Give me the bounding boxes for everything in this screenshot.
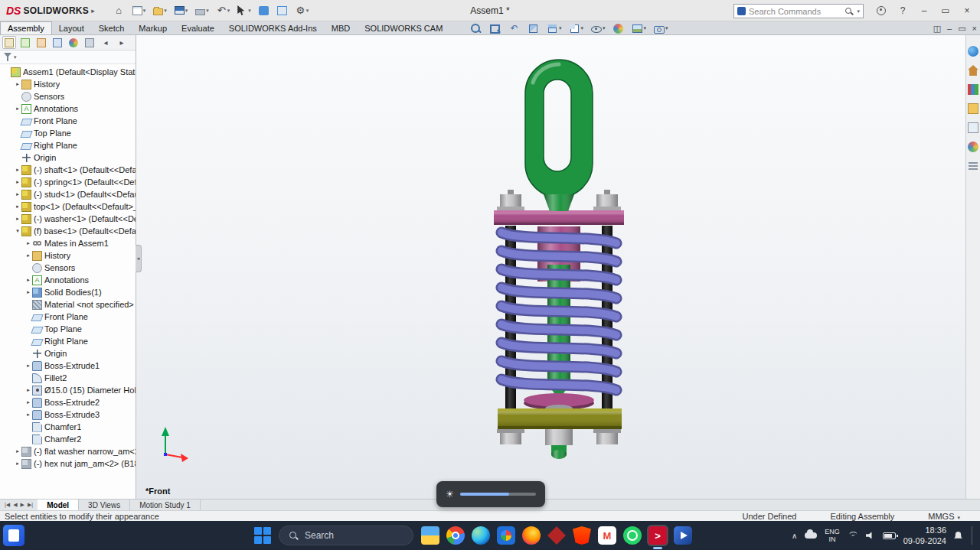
spring[interactable] [501,233,616,390]
scroll-right-button[interactable]: ▶ [21,502,24,508]
units-selector[interactable]: MMGS▾ [928,512,960,521]
hide-show-button[interactable]: ▾ [589,23,607,34]
access-icon[interactable] [547,526,566,545]
tab-sketch[interactable]: Sketch [92,21,132,34]
solidworks-logo[interactable]: DS SOLIDWORKS ▸ [0,5,101,17]
tree-item-history[interactable]: ▸ History [0,78,136,90]
app-menu-arrow-icon[interactable]: ▸ [91,7,95,15]
panel-tab-scroll-left[interactable]: ◂ [99,36,113,49]
dropdown-caret-icon[interactable]: ▾ [164,8,167,14]
tree-item-chamfer1[interactable]: Chamfer1 [0,421,136,433]
expand-arrow-icon[interactable]: ▸ [24,289,32,295]
taskpane-resources-icon[interactable] [968,65,978,76]
scroll-first-button[interactable]: |◀ [5,502,10,508]
undo-button[interactable]: ↶ ▾ [214,4,233,18]
tree-item-hex-nut[interactable]: ▸ (-) hex nut jam_am<2> (B18.2. [0,457,136,470]
close-button[interactable]: × [957,2,977,20]
tree-item-boss-extrude1[interactable]: ▸ Boss-Extrude1 [0,360,136,372]
command-search-box[interactable]: Search Commands ▾ [733,4,864,18]
top-plate[interactable] [494,210,624,225]
expand-arrow-icon[interactable]: ▸ [14,191,21,197]
wifi-icon[interactable] [848,532,858,540]
dropdown-caret-icon[interactable]: ▾ [143,8,146,14]
propertymanager-tab[interactable] [18,36,32,49]
taskbar-search[interactable]: Search [279,526,413,545]
chrome-icon[interactable] [446,526,465,545]
expand-arrow-icon[interactable]: ▸ [14,167,21,173]
battery-icon[interactable] [883,532,896,539]
select-button[interactable]: ▾ [235,4,253,17]
tree-item-shaft[interactable]: ▸ (-) shaft<1> (Default<<Defaul [0,164,136,176]
expand-arrow-icon[interactable]: ▸ [24,252,32,259]
save-button[interactable]: ▾ [172,5,191,16]
new-document-button[interactable]: ▾ [130,5,149,17]
sheet-tab-model[interactable]: Model [38,500,79,510]
search-input[interactable]: Search Commands [749,7,841,16]
tree-item-boss-extrude3[interactable]: ▸ Boss-Extrude3 [0,408,136,421]
dropdown-caret-icon[interactable]: ▾ [581,25,584,31]
expand-arrow-icon[interactable]: ▸ [14,461,21,467]
rebuild-button[interactable] [256,5,272,17]
notification-icon[interactable] [954,532,962,540]
taskpane-design-library-icon[interactable] [968,84,978,95]
brightness-slider[interactable] [460,493,536,496]
display-style-button[interactable]: ▾ [567,23,586,34]
solidworks-icon[interactable] [648,526,667,545]
tree-item-front-plane[interactable]: Front Plane [0,115,136,127]
panel-collapse-handle[interactable]: ◂ [136,245,142,272]
media-player-icon[interactable] [674,526,692,545]
expand-arrow-icon[interactable]: ▸ [24,240,32,246]
tree-item-boss-extrude2[interactable]: ▸ Boss-Extrude2 [0,396,136,408]
scroll-left-button[interactable]: ◀ [13,502,17,508]
help-button[interactable]: ? [893,2,913,20]
doc-restore-button[interactable]: ▭ [958,22,965,34]
tab-cam[interactable]: SOLIDWORKS CAM [358,21,450,34]
doc-close-button[interactable]: × [972,22,977,34]
brave-icon[interactable] [573,526,591,545]
filter-caret-icon[interactable]: ▾ [14,54,17,60]
tree-item-fillet2[interactable]: Fillet2 [0,372,136,384]
assembly-model[interactable] [136,35,965,499]
expand-arrow-icon[interactable]: ▸ [14,448,21,454]
tab-markup[interactable]: Markup [132,21,175,34]
tree-item-right-plane[interactable]: Right Plane [0,139,136,151]
filter-icon[interactable] [4,53,11,61]
show-desktop-button[interactable] [972,526,974,545]
tree-item-washer[interactable]: ▸ (-) washer<1> (Default<<Defa [0,213,136,225]
dropdown-caret-icon[interactable]: ▾ [306,8,309,14]
dropdown-caret-icon[interactable]: ▾ [644,25,647,31]
tree-item-assem1[interactable]: Assem1 (Default<Display State-1 [0,66,136,78]
tree-item-origin[interactable]: Origin [0,151,136,164]
tree-item-base-top-plane[interactable]: Top Plane [0,323,136,335]
doc-minimize-button[interactable]: – [947,22,952,34]
featuremanager-tab[interactable] [2,36,16,49]
bottom-nuts[interactable] [497,429,621,445]
expand-arrow-icon[interactable]: ▸ [14,179,21,185]
minimize-button[interactable]: – [914,2,934,20]
home-button[interactable]: ⌂ [112,4,127,18]
cam-tab[interactable] [83,36,96,49]
tree-item-sensors[interactable]: Sensors [0,90,136,103]
tree-item-base-annotations[interactable]: ▸ Annotations [0,274,136,286]
dropdown-caret-icon[interactable]: ▾ [248,8,251,14]
taskbar-clock[interactable]: 18:36 09-09-2024 [903,525,946,547]
options-button[interactable]: ⚙ ▾ [293,4,312,18]
maximize-button[interactable]: ▭ [936,2,956,20]
expand-arrow-icon[interactable]: ▸ [24,387,32,393]
sign-in-button[interactable] [871,2,891,20]
tree-item-spring[interactable]: ▸ (-) spring<1> (Default<<Defa [0,176,136,188]
dropdown-caret-icon[interactable]: ▾ [227,8,230,14]
expand-arrow-icon[interactable]: ▸ [24,412,32,418]
expand-arrow-icon[interactable]: ▸ [14,203,21,210]
tree-item-base[interactable]: ▾ (f) base<1> (Default<<Defaul [0,225,136,237]
tab-evaluate[interactable]: Evaluate [175,21,222,34]
zoom-fit-button[interactable] [469,23,484,34]
tree-item-base-front-plane[interactable]: Front Plane [0,311,136,323]
dropdown-caret-icon[interactable]: ▾ [206,8,209,14]
panel-tab-scroll-right[interactable]: ▸ [115,36,129,49]
gmail-icon[interactable] [598,526,616,545]
eye-bolt[interactable] [525,60,593,211]
tree-item-top-plane[interactable]: Top Plane [0,127,136,139]
open-button[interactable]: ▾ [151,5,169,17]
tree-item-base-history[interactable]: ▸ History [0,249,136,262]
